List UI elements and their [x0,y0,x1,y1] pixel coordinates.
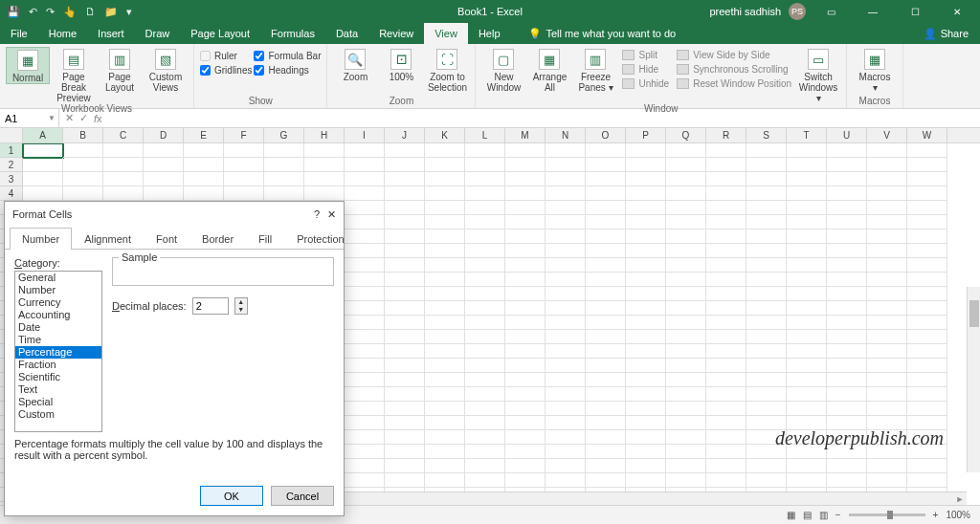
cell-T14[interactable] [787,330,827,344]
cell-V11[interactable] [867,287,907,301]
cell-U6[interactable] [827,215,867,229]
page-break-preview-button[interactable]: ▤Page Break Preview [52,47,96,103]
cell-L3[interactable] [465,172,505,186]
decimal-places-input[interactable] [192,297,229,315]
cell-I12[interactable] [345,301,385,316]
cell-S19[interactable] [746,402,787,416]
cell-G1[interactable] [264,143,304,158]
column-header-J[interactable]: J [385,128,425,142]
cell-L22[interactable] [465,445,505,459]
cell-W10[interactable] [907,273,947,287]
category-item-percentage[interactable]: Percentage [15,346,101,359]
cell-T12[interactable] [787,301,827,316]
cell-V8[interactable] [867,244,907,258]
column-header-Q[interactable]: Q [666,128,706,142]
cell-M10[interactable] [505,273,546,287]
column-header-G[interactable]: G [264,128,304,142]
cell-U14[interactable] [827,330,867,344]
cell-R7[interactable] [706,229,746,244]
cell-T24[interactable] [787,473,827,488]
arrange-all-button[interactable]: ▦Arrange All [527,47,571,93]
cell-S16[interactable] [746,359,787,373]
cell-T17[interactable] [787,373,827,387]
cell-O6[interactable] [586,215,626,229]
cell-L15[interactable] [465,344,505,359]
cell-R16[interactable] [706,359,746,373]
cell-U7[interactable] [827,229,867,244]
cell-S13[interactable] [746,316,787,330]
cell-A2[interactable] [23,158,63,172]
cell-T3[interactable] [787,172,827,186]
column-header-I[interactable]: I [345,128,385,142]
cell-K11[interactable] [425,287,465,301]
column-header-U[interactable]: U [827,128,867,142]
column-header-C[interactable]: C [103,128,144,142]
cell-V22[interactable] [867,445,907,459]
cell-P6[interactable] [626,215,666,229]
row-header-3[interactable]: 3 [0,172,23,186]
cell-L17[interactable] [465,373,505,387]
cell-M3[interactable] [505,172,546,186]
cell-U15[interactable] [827,344,867,359]
cell-N17[interactable] [546,373,586,387]
cell-L18[interactable] [465,387,505,402]
cell-J19[interactable] [385,402,425,416]
cell-N8[interactable] [546,244,586,258]
cell-S2[interactable] [746,158,787,172]
view-normal-icon[interactable]: ▦ [787,510,795,520]
ribbon-options-icon[interactable]: ▭ [813,0,848,23]
cell-K20[interactable] [425,416,465,430]
column-header-O[interactable]: O [586,128,626,142]
tab-view[interactable]: View [424,23,468,44]
cell-G3[interactable] [264,172,304,186]
cell-Q17[interactable] [666,373,706,387]
cell-J10[interactable] [385,273,425,287]
cell-P14[interactable] [626,330,666,344]
cell-R4[interactable] [706,186,746,201]
spinner-down-icon[interactable]: ▼ [235,306,247,314]
cell-J23[interactable] [385,459,425,473]
cell-T8[interactable] [787,244,827,258]
cell-N20[interactable] [546,416,586,430]
cell-L21[interactable] [465,430,505,445]
cell-V2[interactable] [867,158,907,172]
cell-T6[interactable] [787,215,827,229]
cell-S21[interactable] [746,430,787,445]
cell-H4[interactable] [304,186,345,201]
cell-W2[interactable] [907,158,947,172]
cell-P8[interactable] [626,244,666,258]
view-page-layout-icon[interactable]: ▤ [803,510,812,520]
category-item-general[interactable]: General [15,272,101,284]
cell-W15[interactable] [907,344,947,359]
column-header-M[interactable]: M [505,128,546,142]
cell-S23[interactable] [746,459,787,473]
cell-N2[interactable] [546,158,586,172]
row-header-4[interactable]: 4 [0,186,23,201]
dialog-close-icon[interactable]: ✕ [327,208,336,221]
cell-O23[interactable] [586,459,626,473]
cell-N4[interactable] [546,186,586,201]
view-page-break-icon[interactable]: ▥ [819,510,828,520]
cell-N14[interactable] [546,330,586,344]
cell-I5[interactable] [345,201,385,215]
cell-T1[interactable] [787,143,827,158]
cell-E3[interactable] [184,172,224,186]
cell-B1[interactable] [63,143,103,158]
cell-Q6[interactable] [666,215,706,229]
tab-review[interactable]: Review [368,23,424,44]
cell-D3[interactable] [144,172,184,186]
cell-Q8[interactable] [666,244,706,258]
cell-U8[interactable] [827,244,867,258]
cell-N1[interactable] [546,143,586,158]
tab-home[interactable]: Home [38,23,87,44]
zoom-out-icon[interactable]: − [835,510,841,520]
cell-Q12[interactable] [666,301,706,316]
cell-Q1[interactable] [666,143,706,158]
cell-M18[interactable] [505,387,546,402]
column-header-A[interactable]: A [23,128,63,142]
cell-J2[interactable] [385,158,425,172]
cell-I9[interactable] [345,258,385,273]
cell-M11[interactable] [505,287,546,301]
cell-S14[interactable] [746,330,787,344]
cell-N19[interactable] [546,402,586,416]
